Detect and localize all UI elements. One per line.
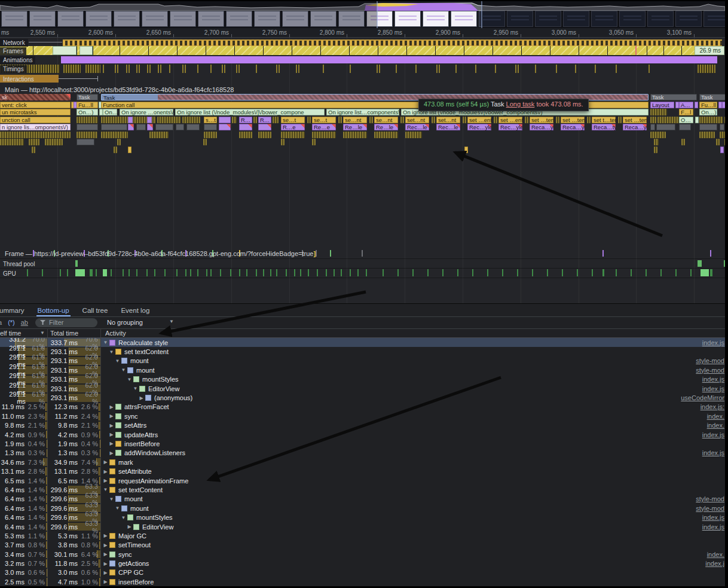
disclosure-triangle[interactable]: ▼ [108,496,115,502]
flame-bar[interactable] [149,132,169,138]
flame-bar[interactable] [405,132,422,138]
flame-bar[interactable]: se…t [312,117,336,123]
flame-bar[interactable]: set …ent [498,117,522,123]
flame-bar[interactable] [654,139,659,145]
source-link[interactable]: index.js [702,376,724,383]
flame-bar[interactable] [232,117,237,123]
flame-bar[interactable]: R… [239,117,252,123]
disclosure-triangle[interactable]: ▶ [102,533,109,538]
disclosure-triangle[interactable]: ▶ [108,404,115,410]
column-header-activity[interactable]: Activity [101,328,725,337]
flame-bar[interactable]: On ignore list…components\/) [326,109,399,115]
flame-bar[interactable]: Rec…yle [498,124,522,130]
flame-bar[interactable]: F…l [679,109,693,115]
animations-bar[interactable] [61,56,717,63]
flame-bar[interactable] [45,139,63,145]
flame-bar[interactable] [338,117,342,123]
flame-bar[interactable] [587,117,591,123]
flame-bar[interactable] [656,124,675,130]
source-link[interactable]: index. [707,413,724,420]
overview-window-handle-left[interactable] [377,1,378,28]
flame-bar[interactable] [0,132,71,138]
flame-bar[interactable]: Task [650,94,697,100]
flame-bar[interactable] [155,124,173,130]
flame-bar[interactable]: Fu…ll [699,102,717,108]
flame-bar[interactable] [307,117,311,123]
flame-bar[interactable] [374,132,398,138]
disclosure-triangle[interactable]: ▶ [102,570,109,575]
flame-bar[interactable] [720,124,724,130]
flame-bar[interactable] [77,124,98,130]
table-row[interactable]: 291.1 ms61.6 %293.1 ms62.0 %▼mountstyle-… [0,357,725,365]
source-link[interactable]: style-mod [696,367,724,374]
disclosure-triangle[interactable]: ▶ [108,450,115,456]
flame-bar[interactable]: s…t [204,117,217,123]
gpu-label[interactable]: GPU [0,270,19,278]
flame-bar[interactable] [128,124,134,130]
frame-track-header[interactable]: Frame — https://id-preview--bd53fd9d-728… [5,250,316,257]
flame-bar[interactable] [117,139,121,145]
flame-bar[interactable]: On…) [77,109,98,115]
overview-window-handle-right[interactable] [481,1,482,28]
flame-bar[interactable]: Fu…ll [77,102,98,108]
flame-bar[interactable]: set t…tent [592,117,616,123]
tab-call-tree[interactable]: Call tree [81,305,109,316]
flame-bar[interactable] [204,124,217,130]
flame-bar[interactable] [657,117,679,123]
grouping-dropdown[interactable]: No grouping ▼ [107,319,174,326]
match-whole-word-icon[interactable]: ab [21,319,28,326]
screenshot-thumbnail[interactable] [423,11,449,27]
flame-bar[interactable] [204,132,217,138]
flame-bar[interactable] [258,132,271,138]
disclosure-triangle[interactable]: ▶ [126,524,133,529]
flame-bar[interactable] [0,139,24,145]
tooltip-longtask-link[interactable]: Long task [506,100,535,108]
flame-bar[interactable]: set…nt [405,117,429,123]
flame-bar[interactable]: Rec…yle [467,124,491,130]
flame-bar[interactable] [654,147,657,153]
flame-bar[interactable] [695,102,698,108]
table-row[interactable]: 291.1 ms61.6 %293.1 ms62.0 %▼set textCon… [0,347,725,356]
disclosure-triangle[interactable]: ▼ [102,487,109,492]
disclosure-triangle[interactable]: ▶ [108,441,115,446]
flame-bar[interactable]: Re…e [312,124,336,130]
column-header-total-time[interactable]: Total time [48,328,101,337]
flame-bar[interactable]: set …tent [561,117,585,123]
flame-bar[interactable]: n ignore lis…omponents\/) [0,124,71,130]
disclosure-triangle[interactable]: ▼ [114,358,121,364]
flame-bar[interactable] [101,124,127,130]
disclosure-triangle[interactable]: ▶ [102,543,109,548]
flame-bar[interactable] [157,117,181,123]
flame-bar[interactable]: se…nt [374,117,398,123]
flame-bar[interactable]: O… [679,117,693,123]
flame-bar[interactable] [618,117,622,123]
flame-bar[interactable]: un microtasks [0,109,71,115]
disclosure-triangle[interactable]: ▶ [108,432,115,437]
timings-track-label[interactable]: Timings [0,65,27,73]
frames-track-bar[interactable] [0,46,695,55]
flame-bar[interactable] [650,109,667,115]
table-row[interactable]: 3.7 ms0.8 %3.8 ms0.8 %▶setTimeout [0,541,725,550]
flame-bar[interactable] [720,147,724,153]
disclosure-triangle[interactable]: ▶ [102,561,109,566]
flame-bar[interactable] [724,117,725,123]
flame-bar[interactable] [136,124,146,130]
disclosure-triangle[interactable]: ▼ [114,505,121,511]
filter-input[interactable]: Filter [35,318,97,327]
table-row[interactable]: 1.9 ms0.4 %1.9 ms0.4 %▶insertBefore [0,439,725,448]
flame-bar[interactable]: R…e [281,124,305,130]
flame-bar[interactable] [203,139,207,145]
flame-bar[interactable] [219,124,231,130]
flame-bar[interactable]: On…) [103,109,117,115]
source-link[interactable]: style-mod [696,505,724,512]
flame-bar[interactable] [716,139,720,145]
table-row[interactable]: 11.0 ms2.3 %11.2 ms2.4 %▶syncindex. [0,412,725,421]
flame-bar[interactable] [281,139,285,145]
flame-bar[interactable] [650,117,656,123]
table-row[interactable]: 11.9 ms2.5 %12.3 ms2.6 %▶attrsFromFaceti… [0,403,725,412]
flame-bar[interactable] [219,117,231,123]
regex-icon[interactable]: (*) [8,319,15,326]
match-case-icon[interactable]: a [0,319,2,326]
source-link[interactable]: useCodeMirror [681,394,724,401]
main-thread-header[interactable]: Main — http://localhost:3000/projects/bd… [5,86,234,93]
